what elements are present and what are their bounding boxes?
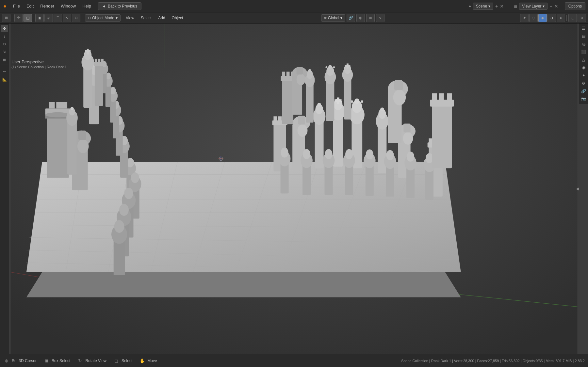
curve-button[interactable]: ∿: [376, 14, 384, 22]
3d-viewport[interactable]: User Perspective (1) Scene Collection | …: [0, 24, 588, 354]
transform-controls: ⊕ Global ▾ 🔗 ◎ ⊞ ∿: [321, 14, 385, 22]
snap-button[interactable]: 🔗: [347, 14, 355, 22]
svg-rect-38: [67, 118, 77, 174]
select-tool-button[interactable]: ◻: [24, 14, 32, 22]
right-icon-constraints[interactable]: 🔗: [580, 88, 587, 95]
view-layer-dropdown-arrow: ▾: [543, 4, 545, 8]
menu-edit[interactable]: Edit: [23, 0, 37, 12]
svg-point-91: [114, 220, 124, 233]
object-mode-dropdown[interactable]: ◻ Object Mode ▾: [85, 14, 121, 22]
select-all-button[interactable]: ⊡: [72, 14, 80, 22]
svg-rect-158: [432, 105, 452, 168]
right-icon-material[interactable]: ◉: [580, 64, 587, 71]
status-bar: ⊕ Set 3D Cursor ▣ Box Select ↻ Rotate Vi…: [0, 354, 588, 367]
svg-point-110: [356, 98, 358, 101]
svg-point-132: [281, 148, 288, 158]
svg-point-41: [71, 107, 74, 110]
svg-point-150: [407, 152, 414, 162]
svg-rect-74: [85, 50, 90, 52]
svg-point-177: [333, 66, 335, 68]
proportional-edit-button[interactable]: ◎: [356, 14, 365, 22]
editor-type-button[interactable]: ⊞: [2, 14, 10, 22]
view-layer-new-icon[interactable]: +: [549, 4, 552, 9]
options-button[interactable]: Options: [565, 2, 585, 10]
left-tool-rotate[interactable]: ↻: [1, 40, 8, 48]
scene-dropdown[interactable]: Scene ▾: [473, 3, 493, 10]
right-icon-scene[interactable]: ▤: [580, 33, 587, 40]
left-tool-transform[interactable]: ⊞: [1, 56, 8, 63]
select-label: Select: [122, 359, 132, 363]
second-toolbar: ⊞ ✛ ◻ ▣ ◎ ⌒ ↖ ⊡ ◻ Object Mode ▾ View Sel…: [0, 12, 588, 24]
tweak-button[interactable]: ↖: [63, 14, 71, 22]
n-panel-arrow[interactable]: ◀: [576, 186, 579, 191]
object-mode-label: Object Mode: [92, 16, 114, 20]
global-dropdown-arrow: ▾: [340, 16, 342, 20]
add-menu[interactable]: Add: [155, 15, 168, 21]
box-select-button[interactable]: ▣: [35, 14, 44, 22]
circle-select-button[interactable]: ◎: [44, 14, 53, 22]
svg-rect-186: [297, 67, 303, 74]
view-layer-selector: ▦ View Layer ▾ + ✕: [510, 3, 561, 10]
view-menu[interactable]: View: [123, 15, 137, 21]
menu-render[interactable]: Render: [37, 0, 57, 12]
scene-icon: ●: [469, 4, 471, 8]
right-icon-item[interactable]: ☰: [580, 25, 587, 32]
view-settings-button[interactable]: 👁: [520, 14, 529, 22]
viewport-shading-2[interactable]: ◉: [538, 14, 547, 22]
rotate-view-label: Rotate View: [85, 359, 106, 363]
lasso-select-button[interactable]: ⌒: [54, 14, 62, 22]
menu-file[interactable]: File: [10, 0, 23, 12]
transform-global-dropdown[interactable]: ⊕ Global ▾: [321, 14, 346, 22]
viewport-shading-3[interactable]: ◑: [547, 14, 556, 22]
box-select-status-icon: ▣: [43, 358, 50, 364]
svg-point-82: [131, 172, 139, 183]
top-header-bar: ● File Edit Render Window Help ◄ Back to…: [0, 0, 588, 12]
left-tool-move[interactable]: ↕: [1, 33, 8, 40]
cursor-tool-button[interactable]: ✛: [14, 14, 23, 22]
viewport-shading-1[interactable]: ◌: [529, 14, 538, 22]
overlays-button[interactable]: ⬚: [568, 14, 577, 22]
svg-point-36: [77, 139, 89, 153]
set-3d-cursor-status: ⊕ Set 3D Cursor: [3, 358, 37, 364]
svg-rect-37: [78, 131, 86, 140]
gizmos-button[interactable]: ⊕: [578, 14, 586, 22]
left-tool-measure[interactable]: 📐: [1, 76, 8, 83]
svg-point-85: [124, 188, 133, 199]
box-select-label: Box Select: [52, 359, 70, 363]
right-icon-object[interactable]: ⬛: [580, 48, 587, 56]
svg-point-26: [220, 158, 221, 159]
rotate-view-status: ↻ Rotate View: [77, 358, 106, 364]
left-tool-cursor[interactable]: ✛: [1, 25, 8, 32]
right-icon-world[interactable]: ◎: [580, 40, 587, 48]
snap-grid-button[interactable]: ⊞: [366, 14, 375, 22]
left-toolbar: ✛ ↕ ↻ ⇲ ⊞ ✏ 📐: [0, 24, 9, 354]
object-menu[interactable]: Object: [169, 15, 186, 21]
left-tool-annotate[interactable]: ✏: [1, 68, 8, 75]
back-to-previous-button[interactable]: ◄ Back to Previous: [98, 2, 141, 10]
viewport-shading-4[interactable]: ●: [557, 14, 565, 22]
move-label: Move: [147, 359, 157, 363]
select-menu[interactable]: Select: [138, 15, 154, 21]
select-mode-group: ▣ ◎ ⌒ ↖ ⊡: [35, 14, 80, 22]
view-layer-dropdown[interactable]: View Layer ▾: [519, 3, 547, 10]
menu-window[interactable]: Window: [57, 0, 79, 12]
svg-point-135: [303, 149, 310, 159]
left-tool-scale[interactable]: ⇲: [1, 48, 8, 56]
global-icon: ⊕: [324, 16, 327, 20]
svg-rect-166: [286, 72, 290, 76]
svg-point-156: [393, 89, 406, 105]
set-3d-cursor-label: Set 3D Cursor: [12, 359, 37, 363]
right-icon-mesh[interactable]: △: [580, 56, 587, 63]
view-layer-delete-icon[interactable]: ✕: [554, 4, 558, 9]
scene-delete-icon[interactable]: ✕: [500, 4, 504, 9]
right-icon-render[interactable]: 📷: [580, 95, 587, 103]
svg-point-147: [386, 150, 394, 160]
right-icon-particles[interactable]: ✦: [580, 72, 587, 79]
stats-text: Scene Collection | Rook Dark 1 | Verts:2…: [401, 359, 585, 363]
svg-rect-157: [394, 80, 403, 90]
right-icon-physics[interactable]: ⚙: [580, 80, 587, 87]
right-panel-icons: ☰ ▤ ◎ ⬛ △ ◉ ✦ ⚙ 🔗 📷: [579, 24, 588, 104]
scene-new-icon[interactable]: +: [495, 4, 498, 9]
svg-rect-165: [282, 72, 285, 76]
menu-help[interactable]: Help: [79, 0, 94, 12]
